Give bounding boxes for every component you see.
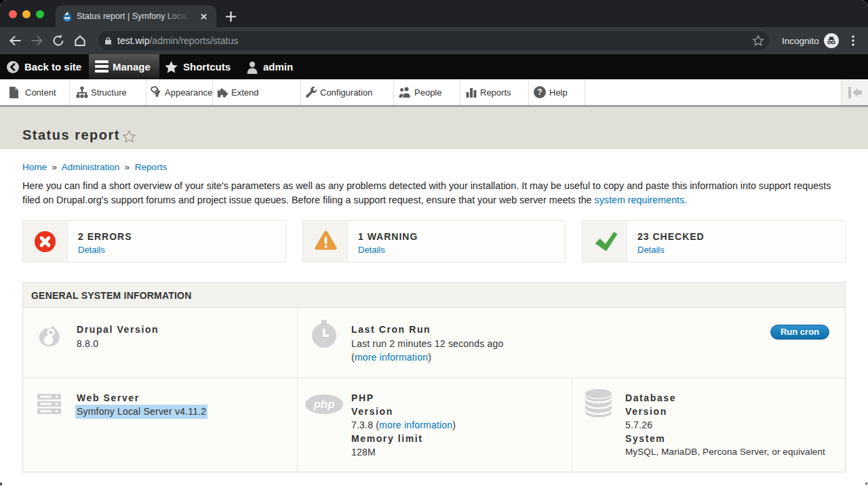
svg-text:php: php [313,398,334,411]
svg-text:?: ? [537,87,542,97]
